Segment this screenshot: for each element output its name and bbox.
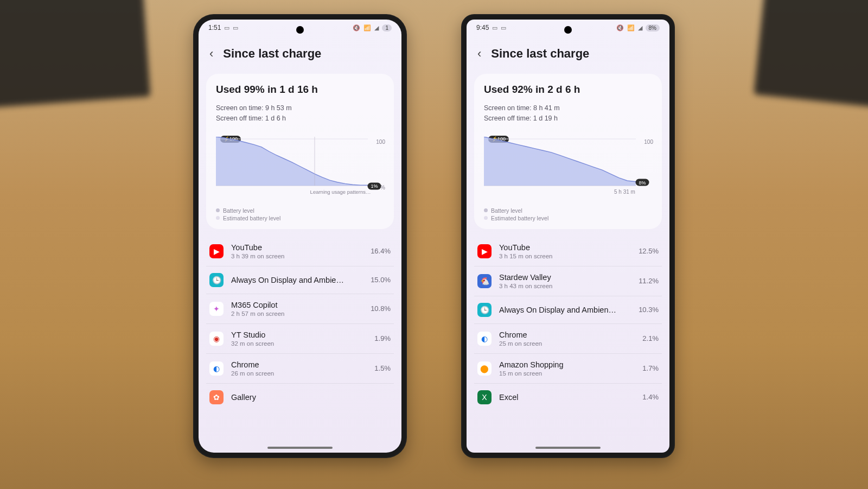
app-usage-row[interactable]: 🐔 Stardew Valley 3 h 43 m on screen 11.2… [474, 266, 662, 296]
battery-summary-card: Used 92% in 2 d 6 h Screen on time: 8 h … [474, 74, 662, 229]
battery-label: 8% [649, 25, 656, 31]
mute-icon: 🔇 [616, 24, 624, 31]
legend-dot-icon [216, 208, 220, 212]
app-name: Stardew Valley [499, 273, 631, 282]
signal-icon: ◢ [374, 24, 379, 31]
app-icon: ✿ [209, 390, 224, 404]
status-icon: ▭ [501, 24, 506, 31]
app-usage-row[interactable]: ◐ Chrome 25 m on screen 2.1% [474, 324, 662, 354]
app-percentage: 1.7% [642, 364, 659, 372]
app-percentage: 12.5% [639, 247, 659, 255]
screen-off-time: Screen off time: 1 d 6 h [216, 113, 384, 124]
app-usage-row[interactable]: ◐ Chrome 26 m on screen 1.5% [206, 354, 394, 384]
app-name: M365 Copilot [231, 301, 363, 309]
app-icon: ◐ [209, 361, 224, 376]
app-icon: ▶ [477, 244, 492, 258]
app-sub: 3 h 15 m on screen [499, 253, 631, 259]
app-icon: ⬤ [477, 361, 492, 376]
battery-label: 1 [385, 25, 388, 31]
gesture-nav-bar[interactable] [535, 447, 601, 449]
app-name: YT Studio [231, 331, 367, 339]
battery-pill: 8% [646, 24, 660, 31]
back-button[interactable]: ‹ [209, 47, 213, 61]
usage-summary: Used 99% in 1 d 16 h [216, 84, 384, 96]
phone-device: 9:45 ▭ ▭ 🔇 📶 ◢ 8% ‹ Since last charge Us… [461, 14, 675, 458]
app-icon: ◉ [209, 332, 224, 346]
app-usage-row[interactable]: 🕒 Always On Display and Ambie… 15.0% [206, 266, 394, 294]
status-icon: ▭ [492, 24, 497, 31]
app-icon: ◐ [477, 332, 492, 346]
app-percentage: 11.2% [639, 277, 659, 285]
mute-icon: 🔇 [353, 24, 360, 31]
app-sub: 3 h 39 m on screen [231, 253, 363, 259]
app-icon: ✦ [209, 302, 224, 316]
status-time: 1:51 [208, 24, 221, 31]
battery-chart[interactable]: ⚡100 100 8% 5 h 31 m [484, 137, 652, 196]
app-percentage: 1.5% [374, 364, 391, 372]
app-meta: Chrome 26 m on screen [231, 360, 367, 377]
status-icon: ▭ [224, 24, 229, 31]
screen-off-time: Screen off time: 1 d 19 h [484, 113, 652, 124]
page-title: Since last charge [223, 47, 321, 61]
app-icon: 🐔 [477, 274, 492, 288]
app-meta: Gallery [231, 393, 383, 402]
battery-pill: 1 [382, 24, 392, 31]
app-percentage: 15.0% [371, 276, 391, 284]
app-icon: X [477, 390, 492, 404]
chart-legend: Battery level Estimated battery level [484, 207, 652, 221]
app-name: YouTube [499, 243, 631, 252]
legend-dot-icon [484, 216, 488, 220]
app-usage-row[interactable]: ✿ Gallery [206, 384, 394, 411]
signal-icon: ◢ [638, 24, 642, 31]
chart-legend: Battery level Estimated battery level [216, 207, 384, 221]
app-percentage: 10.3% [639, 306, 659, 314]
app-meta: Excel [499, 393, 635, 402]
screen-on-time: Screen on time: 8 h 41 m [484, 103, 652, 113]
signal-icon: 📶 [363, 24, 371, 31]
app-name: Chrome [231, 360, 367, 369]
app-name: Always On Display and Ambien… [499, 306, 631, 314]
legend-label: Estimated battery level [491, 215, 548, 221]
app-meta: YouTube 3 h 15 m on screen [499, 243, 631, 259]
status-time: 9:45 [476, 24, 489, 31]
app-usage-row[interactable]: ⬤ Amazon Shopping 15 m on screen 1.7% [474, 354, 662, 384]
app-usage-list[interactable]: ▶ YouTube 3 h 15 m on screen 12.5% 🐔 Sta… [474, 237, 662, 411]
app-meta: Amazon Shopping 15 m on screen [499, 360, 635, 377]
screen-on-time: Screen on time: 9 h 53 m [216, 103, 384, 113]
phone-device: 1:51 ▭ ▭ 🔇 📶 ◢ 1 ‹ Since last charge Use… [193, 14, 407, 458]
app-meta: YT Studio 32 m on screen [231, 331, 367, 347]
app-meta: YouTube 3 h 39 m on screen [231, 243, 363, 259]
app-usage-row[interactable]: X Excel 1.4% [474, 384, 662, 411]
app-usage-row[interactable]: 🕒 Always On Display and Ambien… 10.3% [474, 296, 662, 324]
legend-dot-icon [216, 216, 220, 220]
app-percentage: 1.4% [642, 393, 659, 401]
front-camera [564, 26, 572, 34]
back-button[interactable]: ‹ [477, 47, 481, 61]
app-usage-row[interactable]: ▶ YouTube 3 h 39 m on screen 16.4% [206, 237, 394, 266]
legend-label: Battery level [491, 207, 522, 214]
gesture-nav-bar[interactable] [267, 447, 333, 449]
app-icon: ▶ [209, 244, 224, 258]
chart-end-badge: 8% [635, 179, 649, 186]
app-sub: 2 h 57 m on screen [231, 310, 363, 317]
app-name: Excel [499, 393, 635, 402]
app-sub: 3 h 43 m on screen [499, 283, 631, 289]
app-percentage: 10.8% [371, 304, 391, 313]
app-usage-list[interactable]: ▶ YouTube 3 h 39 m on screen 16.4% 🕒 Alw… [206, 237, 394, 411]
app-percentage: 16.4% [371, 247, 391, 255]
signal-icon: 📶 [627, 24, 635, 31]
app-sub: 26 m on screen [231, 370, 367, 377]
app-usage-row[interactable]: ✦ M365 Copilot 2 h 57 m on screen 10.8% [206, 294, 394, 324]
chart-y-top: 100 [376, 139, 385, 145]
app-percentage: 2.1% [642, 334, 659, 342]
app-meta: M365 Copilot 2 h 57 m on screen [231, 301, 363, 317]
app-icon: 🕒 [209, 273, 224, 287]
app-name: Chrome [499, 331, 635, 339]
app-name: Always On Display and Ambie… [231, 276, 363, 284]
legend-label: Estimated battery level [223, 215, 280, 221]
app-usage-row[interactable]: ◉ YT Studio 32 m on screen 1.9% [206, 324, 394, 354]
battery-chart[interactable]: ⚡100 100 0% 1% Learning usage patterns… [216, 137, 384, 196]
app-percentage: 1.9% [374, 334, 391, 342]
chart-note: Learning usage patterns… [310, 189, 371, 195]
app-usage-row[interactable]: ▶ YouTube 3 h 15 m on screen 12.5% [474, 237, 662, 266]
